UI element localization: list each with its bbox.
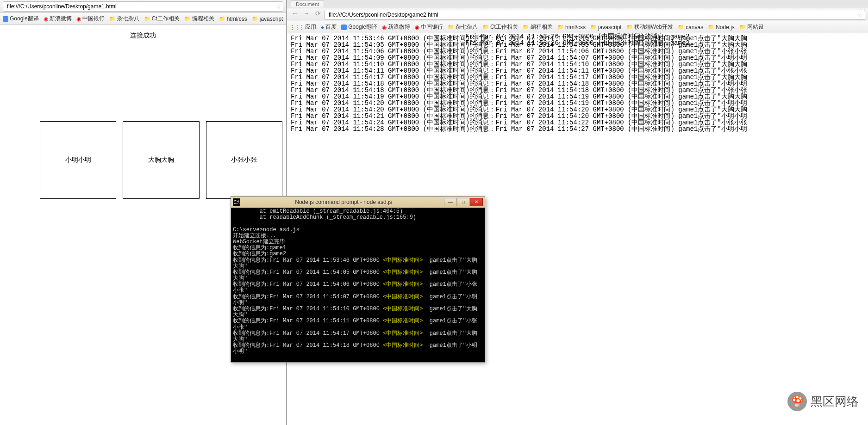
window-title: Node.js command prompt - node asd.js bbox=[243, 199, 444, 205]
reload-button[interactable]: ⟳ bbox=[313, 10, 323, 20]
bookmark-item[interactable]: 杂七杂八 bbox=[448, 23, 478, 31]
bookmark-item[interactable]: 应用 bbox=[290, 23, 316, 31]
tab-strip: Document bbox=[287, 0, 868, 8]
bookmarks-bar: 应用百度Google翻译新浪微博中国银行杂七杂八Ct工作相关编程相关html/c… bbox=[287, 21, 868, 33]
bookmark-item[interactable]: javascript bbox=[252, 16, 283, 22]
watermark-text: 黑区网络 bbox=[811, 394, 859, 410]
connection-status: 连接成功 bbox=[4, 29, 282, 43]
bookmark-item[interactable]: javascript bbox=[590, 24, 622, 31]
bookmark-item[interactable]: Google翻译 bbox=[341, 23, 377, 31]
favorite-star-icon[interactable]: ☆ bbox=[857, 11, 863, 18]
player-card[interactable]: 大胸大胸 bbox=[123, 121, 199, 199]
bookmark-item[interactable]: 百度 bbox=[321, 23, 337, 31]
back-button[interactable]: ← bbox=[290, 10, 300, 20]
bookmark-item[interactable]: Node.js bbox=[708, 24, 735, 31]
forward-button[interactable]: → bbox=[301, 10, 312, 20]
bookmark-item[interactable]: Ct工作相关 bbox=[144, 15, 180, 23]
card-grid: 小明小明大胸大胸小张小张 bbox=[40, 121, 282, 199]
player-card[interactable]: 小张小张 bbox=[206, 121, 282, 199]
bookmark-item[interactable]: 新浪微博 bbox=[382, 23, 410, 31]
tab-document[interactable]: Document bbox=[291, 0, 324, 7]
bookmark-item[interactable]: 编程相关 bbox=[184, 15, 214, 23]
bookmark-item[interactable]: 中国银行 bbox=[76, 15, 105, 23]
url-input[interactable] bbox=[325, 10, 865, 20]
favorite-star-icon[interactable]: ☆ bbox=[275, 3, 281, 10]
bookmark-item[interactable]: Google翻译 bbox=[3, 15, 39, 23]
bookmarks-bar: Google翻译新浪微博中国银行杂七杂八Ct工作相关编程相关html/cssja… bbox=[0, 13, 286, 25]
bookmark-item[interactable]: 编程相关 bbox=[523, 23, 553, 31]
command-prompt-window: C:\ Node.js command prompt - node asd.js… bbox=[231, 196, 485, 363]
title-bar[interactable]: C:\ Node.js command prompt - node asd.js… bbox=[231, 197, 485, 208]
maximize-button[interactable]: □ bbox=[457, 198, 470, 206]
watermark: 🍄 黑区网络 bbox=[787, 392, 859, 411]
bookmark-item[interactable]: 新浪微博 bbox=[44, 15, 72, 23]
address-bar: ☆ bbox=[0, 0, 286, 13]
bookmark-item[interactable]: Ct工作相关 bbox=[482, 23, 518, 31]
bookmark-item[interactable]: 杂七杂八 bbox=[109, 15, 139, 23]
bookmark-item[interactable]: 移动端Web开发 bbox=[626, 23, 673, 31]
bookmark-item[interactable]: html/css bbox=[557, 24, 586, 31]
bookmark-item[interactable]: 中国银行 bbox=[415, 23, 443, 31]
minimize-button[interactable]: — bbox=[444, 198, 457, 206]
console-output: at emitReadable (_stream_readable.js:404… bbox=[231, 208, 485, 362]
url-input[interactable] bbox=[3, 1, 283, 12]
cmd-icon: C:\ bbox=[233, 198, 240, 206]
bookmark-item[interactable]: html/css bbox=[219, 16, 247, 22]
close-button[interactable]: ✕ bbox=[470, 198, 483, 206]
page-content: 连接成功 小明小明大胸大胸小张小张 bbox=[0, 25, 286, 203]
bookmark-item[interactable]: canvas bbox=[678, 24, 703, 31]
mushroom-icon: 🍄 bbox=[787, 392, 807, 411]
bookmark-item[interactable]: 网站设 bbox=[739, 23, 764, 31]
player-card[interactable]: 小明小明 bbox=[40, 121, 116, 199]
address-bar: ← → ⟳ ☆ bbox=[287, 8, 868, 21]
